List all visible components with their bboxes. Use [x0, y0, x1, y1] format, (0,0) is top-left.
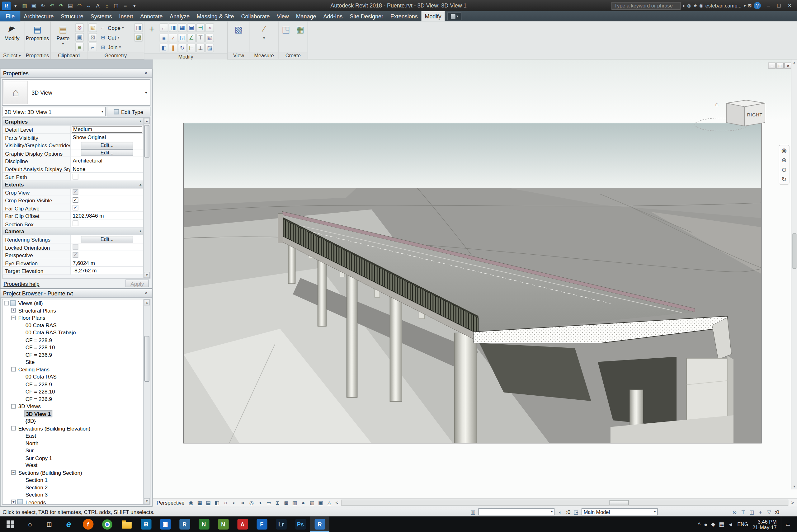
worksharing-display-icon[interactable]: ▧ — [308, 499, 316, 506]
minimize-button[interactable]: – — [763, 2, 774, 10]
scroll-right-arrow[interactable]: > — [790, 500, 795, 505]
tree-item-3d-view-1[interactable]: 3D View 1 — [2, 410, 150, 417]
ribbon-tab-site-designer[interactable]: Site Designer — [346, 11, 387, 21]
close-button[interactable]: × — [784, 2, 795, 10]
tree-item-views-all[interactable]: −Views (all) — [2, 300, 150, 307]
scroll-down-icon[interactable]: ▼ — [144, 272, 150, 278]
tree-item-section-1[interactable]: Section 1 — [2, 476, 150, 484]
apply-button[interactable]: Apply — [126, 280, 149, 287]
match-icon[interactable]: ▧ — [206, 34, 214, 42]
volume-icon[interactable]: ◄ — [727, 521, 733, 527]
app-f-icon[interactable]: F — [252, 516, 271, 532]
collapse-icon[interactable]: − — [11, 404, 16, 409]
ribbon-tab-manage[interactable]: Manage — [292, 11, 320, 21]
network-icon[interactable]: ▦ — [719, 521, 724, 527]
design-options-icon[interactable]: ◳ — [572, 508, 580, 515]
trim-extend-multiple-icon[interactable]: ⊣ — [196, 23, 205, 32]
rendering-settings-edit-button[interactable]: Edit... — [81, 236, 133, 242]
paste-button[interactable]: ▤ Paste ▾ — [52, 22, 74, 46]
scroll-thumb[interactable] — [145, 125, 149, 157]
viewport-horizontal-scrollbar[interactable] — [341, 500, 788, 506]
revit-2016-icon[interactable]: R — [175, 516, 194, 532]
scroll-down-icon[interactable]: ▼ — [144, 498, 150, 504]
photos-icon[interactable]: ▣ — [156, 516, 175, 532]
ribbon-tab-modify[interactable]: Modify — [421, 11, 445, 21]
tree-item-cf-228-9[interactable]: CF = 228.9 — [2, 336, 150, 344]
perspective-indicator[interactable]: Perspective — [154, 500, 187, 506]
cut-to-clipboard-icon[interactable]: ⊗ — [75, 23, 84, 32]
default-3d-view-icon[interactable]: ⌂ — [103, 1, 111, 10]
security-icon[interactable]: ◆ — [711, 521, 716, 527]
chrome-icon[interactable] — [97, 516, 117, 532]
join-button[interactable]: ⊞Join▾ — [98, 43, 133, 51]
sun-path-icon[interactable]: ○ — [222, 499, 230, 506]
photoshop-icon[interactable]: Ps — [291, 516, 310, 532]
tree-item-north[interactable]: North — [2, 439, 150, 447]
far-clip-active-checkbox[interactable] — [73, 205, 78, 210]
tree-item-sur[interactable]: Sur — [2, 447, 150, 454]
edge-icon[interactable]: e — [59, 516, 78, 532]
cortana-search-button[interactable]: ○ — [20, 516, 40, 532]
ribbon-tab-massing-site[interactable]: Massing & Site — [193, 11, 238, 21]
scroll-down-icon[interactable]: ▼ — [793, 483, 796, 490]
tree-item-section-2[interactable]: Section 2 — [2, 483, 150, 491]
measure-button[interactable]: ∕ ▾ — [253, 22, 275, 40]
file-menu-arrow-icon[interactable]: ▾ — [11, 1, 20, 10]
measure-icon[interactable]: ◠ — [75, 1, 84, 10]
visibility-graphics-overrides-edit-button[interactable]: Edit... — [81, 141, 133, 148]
discipline-value[interactable]: Architectural — [72, 158, 142, 164]
firefox-icon[interactable]: f — [78, 516, 97, 532]
lightroom-icon[interactable]: Lr — [271, 516, 291, 532]
align-tool-icon[interactable]: ⌐ — [160, 23, 168, 32]
wall-joins-icon[interactable]: ⌐ — [89, 43, 97, 51]
ribbon-tab-structure[interactable]: Structure — [57, 11, 87, 21]
filter-icon[interactable]: ▽ — [765, 508, 773, 515]
type-selector[interactable]: ⌂ 3D View ▾ — [2, 79, 151, 106]
far-clip-offset-value[interactable]: 1202,9846 m — [72, 213, 142, 219]
properties-toggle-button[interactable]: ▤ Properties — [26, 22, 49, 41]
target-elevation-value[interactable]: -8,2762 m — [72, 267, 142, 273]
help-icon[interactable]: ? — [754, 2, 761, 10]
view-tools-button[interactable]: ▧ — [229, 22, 249, 36]
mirror-draw-axis-icon[interactable]: ◨ — [169, 23, 177, 32]
ribbon-tab-annotate[interactable]: Annotate — [137, 11, 166, 21]
sun-path-checkbox[interactable] — [73, 174, 78, 179]
user-avatar-icon[interactable]: ◉ — [699, 3, 703, 8]
viewcube-home-icon[interactable]: ⌂ — [715, 101, 719, 108]
detail-level-icon[interactable]: ▤ — [204, 499, 212, 506]
graphic-display-options-edit-button[interactable]: Edit... — [81, 149, 133, 156]
show-rendering-dialog-icon[interactable]: ◉ — [187, 499, 195, 506]
tree-item-sur-copy-1[interactable]: Sur Copy 1 — [2, 454, 150, 462]
project-browser-close-icon[interactable]: × — [142, 290, 149, 296]
lighting-icon[interactable]: ◎ — [247, 499, 255, 506]
ribbon-tab-insert[interactable]: Insert — [115, 11, 137, 21]
signed-in-user[interactable]: esteban.camp... — [705, 3, 742, 8]
ribbon-tab-add-ins[interactable]: Add-Ins — [320, 11, 346, 21]
type-selector-dropdown-icon[interactable]: ▾ — [142, 80, 150, 105]
split-element-icon[interactable]: ∕ — [169, 34, 177, 42]
tree-item-legends[interactable]: +Legends — [2, 498, 150, 505]
default-analysis-display-style-value[interactable]: None — [72, 166, 142, 172]
crop-view-icon[interactable]: ▭ — [265, 499, 273, 506]
section-header-graphics[interactable]: Graphics▴ — [2, 118, 143, 126]
rotate-tool-icon[interactable]: ↻ — [178, 43, 187, 52]
properties-palette-header[interactable]: Properties × — [1, 69, 152, 78]
crop-region-visible-checkbox[interactable] — [73, 197, 78, 203]
select-underlay-icon[interactable]: ◫ — [748, 508, 756, 515]
file-explorer-icon[interactable] — [117, 516, 136, 532]
delete-tool-icon[interactable]: × — [206, 23, 214, 32]
match-type-properties-icon[interactable]: ≡ — [75, 43, 84, 51]
create-similar-icon[interactable]: ▨ — [206, 43, 214, 52]
properties-close-icon[interactable]: × — [142, 70, 149, 76]
tree-item-east[interactable]: East — [2, 432, 150, 440]
tree-item-3d[interactable]: {3D} — [2, 417, 150, 424]
scroll-thumb[interactable] — [609, 500, 629, 505]
show-model-icon[interactable]: ▦ — [195, 499, 204, 506]
show-crop-region-icon[interactable]: ⊞ — [273, 499, 281, 506]
project-browser-header[interactable]: Project Browser - Puente.rvt × — [1, 289, 152, 298]
move-tool-button[interactable]: + — [146, 22, 158, 36]
split-with-gap-icon[interactable]: ∥ — [169, 43, 177, 52]
scroll-up-icon[interactable]: ▲ — [144, 118, 150, 124]
sketchy-lines-icon[interactable]: ≈ — [239, 499, 247, 506]
tree-item-cf-228-10[interactable]: CF = 228.10 — [2, 388, 150, 395]
